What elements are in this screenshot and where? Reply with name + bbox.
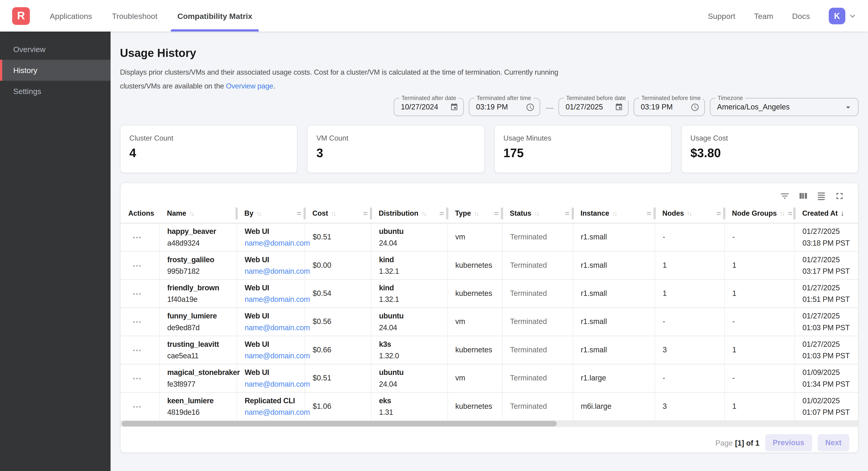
sort-icon[interactable]: ↑↓ — [421, 209, 427, 217]
column-drag-handle[interactable]: = — [716, 209, 721, 218]
replicated-logo[interactable]: R — [12, 7, 30, 25]
column-resize-handle[interactable] — [370, 207, 372, 219]
nav-link-team[interactable]: Team — [754, 11, 773, 20]
column-resize-handle[interactable] — [723, 207, 725, 219]
overview-page-link[interactable]: Overview page — [226, 82, 273, 90]
sort-desc-icon[interactable]: ↓ — [841, 209, 844, 217]
row-actions-button[interactable]: ••• — [133, 404, 142, 410]
sort-icon[interactable]: ↑↓ — [687, 209, 692, 217]
sidebar-item-history[interactable]: History — [0, 60, 111, 81]
cell-node-groups: 1 — [724, 392, 795, 420]
nav-tab-compatibility-matrix[interactable]: Compatibility Matrix — [171, 0, 259, 32]
column-drag-handle[interactable]: = — [647, 209, 651, 218]
sidebar-item-settings[interactable]: Settings — [0, 81, 111, 101]
creator-email-link[interactable]: name@domain.com — [245, 295, 310, 303]
sort-icon[interactable]: ↑↓ — [779, 209, 785, 217]
row-actions-button[interactable]: ••• — [133, 347, 142, 353]
cell-created-at: 01/09/2025 01:34 PM PST — [795, 364, 859, 392]
next-page-button[interactable]: Next — [817, 434, 849, 451]
calendar-icon[interactable] — [447, 103, 458, 111]
filter-icon[interactable] — [779, 190, 790, 201]
creator-email-link[interactable]: name@domain.com — [245, 408, 310, 416]
creator-email-link[interactable]: name@domain.com — [245, 267, 310, 275]
column-header-cost[interactable]: Cost↑↓= — [305, 204, 371, 223]
fullscreen-icon[interactable] — [834, 190, 845, 201]
cell-node-groups: - — [724, 307, 795, 335]
columns-icon[interactable] — [798, 190, 808, 201]
creator-email-link[interactable]: name@domain.com — [245, 239, 310, 247]
column-header-status[interactable]: Status↑↓= — [502, 204, 573, 223]
primary-nav: Applications Troubleshoot Compatibility … — [40, 0, 262, 32]
column-header-node-groups[interactable]: Node Groups↑↓= — [724, 204, 795, 223]
column-header-created-at[interactable]: Created At↓ — [795, 204, 859, 223]
column-header-instance[interactable]: Instance↑↓= — [573, 204, 654, 223]
cell-distribution: eks 1.31 — [371, 392, 447, 420]
cell-instance: r1.small — [573, 307, 654, 335]
timezone-select[interactable]: Timezone America/Los_Angeles — [710, 98, 859, 116]
density-icon[interactable] — [816, 190, 827, 201]
column-resize-handle[interactable] — [501, 207, 503, 219]
column-resize-handle[interactable] — [572, 207, 574, 219]
clock-icon[interactable] — [523, 102, 535, 111]
usage-table-card: Actions Name↑↓ By↑↓= Cost↑↓= — [120, 182, 859, 453]
account-menu[interactable]: K — [829, 7, 857, 24]
cell-name: happy_beaver a48d9324 — [159, 223, 237, 251]
column-resize-handle[interactable] — [793, 207, 796, 219]
column-drag-handle[interactable]: = — [494, 209, 499, 218]
cell-nodes: 1 — [655, 251, 724, 279]
terminated-after-date-field[interactable]: Terminated after date 10/27/2024 — [394, 98, 464, 116]
sort-icon[interactable]: ↑↓ — [534, 209, 540, 217]
horizontal-scrollbar[interactable] — [121, 420, 858, 427]
chevron-down-icon[interactable] — [848, 11, 857, 20]
column-drag-handle[interactable]: = — [788, 209, 793, 218]
column-drag-handle[interactable]: = — [439, 209, 444, 218]
creator-email-link[interactable]: name@domain.com — [245, 380, 310, 388]
row-actions-button[interactable]: ••• — [133, 263, 142, 269]
cell-name: frosty_galileo 995b7182 — [159, 251, 237, 279]
column-header-nodes[interactable]: Nodes↑↓= — [655, 204, 724, 223]
column-drag-handle[interactable]: = — [297, 209, 301, 218]
column-header-by[interactable]: By↑↓= — [237, 204, 305, 223]
row-actions-button[interactable]: ••• — [133, 235, 142, 241]
column-resize-handle[interactable] — [236, 207, 238, 219]
sort-icon[interactable]: ↑↓ — [474, 209, 479, 217]
creator-email-link[interactable]: name@domain.com — [245, 351, 310, 360]
scrollbar-thumb[interactable] — [122, 421, 557, 426]
status-badge: Terminated — [510, 261, 547, 269]
stat-card-vm-count: VM Count 3 — [307, 125, 485, 173]
column-header-type[interactable]: Type↑↓= — [447, 204, 502, 223]
dropdown-arrow-icon[interactable] — [840, 102, 853, 112]
creator-email-link[interactable]: name@domain.com — [245, 323, 310, 332]
column-resize-handle[interactable] — [654, 207, 656, 219]
column-drag-handle[interactable]: = — [565, 209, 569, 218]
column-resize-handle[interactable] — [446, 207, 448, 219]
cell-status: Terminated — [502, 279, 573, 307]
row-actions-button[interactable]: ••• — [133, 291, 142, 297]
nav-tab-applications[interactable]: Applications — [43, 0, 99, 32]
cell-type: vm — [447, 364, 502, 392]
status-badge: Terminated — [510, 346, 547, 354]
sort-icon[interactable]: ↑↓ — [189, 209, 194, 217]
terminated-before-date-field[interactable]: Terminated before date 01/27/2025 — [558, 98, 629, 116]
terminated-before-time-field[interactable]: Terminated before time 03:19 PM — [633, 98, 705, 116]
row-actions-button[interactable]: ••• — [133, 319, 142, 325]
calendar-icon[interactable] — [611, 103, 623, 111]
clock-icon[interactable] — [687, 102, 700, 111]
nav-tab-troubleshoot[interactable]: Troubleshoot — [105, 0, 164, 32]
column-header-name[interactable]: Name↑↓ — [159, 204, 237, 223]
nav-link-support[interactable]: Support — [708, 11, 735, 20]
row-actions-button[interactable]: ••• — [133, 376, 142, 382]
page-title: Usage History — [120, 47, 859, 60]
column-header-distribution[interactable]: Distribution↑↓= — [371, 204, 447, 223]
column-resize-handle[interactable] — [304, 207, 306, 219]
sort-icon[interactable]: ↑↓ — [331, 209, 336, 217]
sort-icon[interactable]: ↑↓ — [612, 209, 618, 217]
avatar[interactable]: K — [829, 7, 845, 24]
sort-icon[interactable]: ↑↓ — [256, 209, 262, 217]
previous-page-button[interactable]: Previous — [765, 434, 812, 451]
column-drag-handle[interactable]: = — [363, 209, 368, 218]
nav-link-docs[interactable]: Docs — [792, 11, 810, 20]
terminated-after-time-field[interactable]: Terminated after time 03:19 PM — [469, 98, 540, 116]
sidebar-item-overview[interactable]: Overview — [0, 39, 111, 60]
cell-nodes: 1 — [655, 279, 724, 307]
